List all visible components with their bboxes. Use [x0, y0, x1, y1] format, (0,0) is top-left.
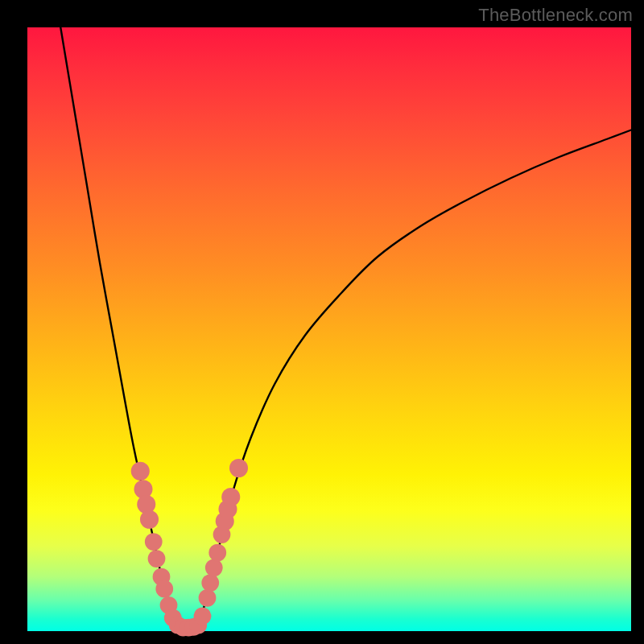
data-marker — [131, 462, 150, 481]
data-marker — [229, 459, 248, 477]
data-marker — [208, 544, 226, 562]
data-marker — [140, 510, 159, 529]
data-markers — [131, 459, 248, 636]
chart-frame: TheBottleneck.com — [0, 0, 644, 644]
data-marker — [155, 580, 173, 598]
data-marker — [199, 589, 217, 607]
plot-area — [27, 27, 631, 631]
data-marker — [205, 559, 223, 576]
curve-layer — [27, 27, 631, 631]
data-marker — [201, 574, 219, 592]
data-marker — [145, 533, 163, 551]
curve-right-branch — [200, 130, 631, 625]
data-marker — [221, 488, 240, 506]
watermark-text: TheBottleneck.com — [478, 5, 633, 26]
data-marker — [148, 550, 166, 568]
data-marker — [194, 607, 212, 625]
